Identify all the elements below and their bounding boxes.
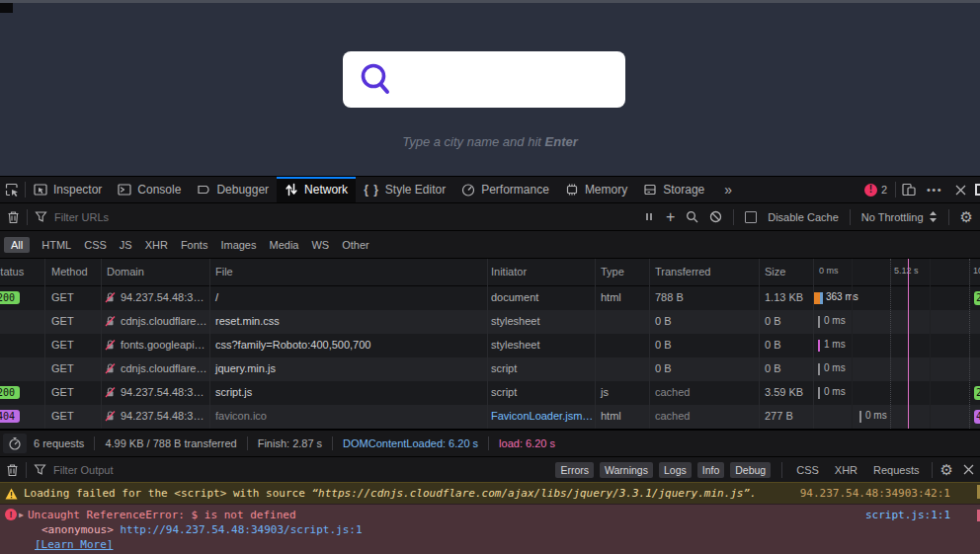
table-header[interactable]: Status Method Domain File Initiator Type… <box>0 259 980 286</box>
city-search-input[interactable] <box>343 51 625 108</box>
search-hint: Type a city name and hit Enter <box>0 134 980 149</box>
request-count: 6 requests <box>34 437 84 449</box>
error-count-badge[interactable]: ! 2 <box>864 184 887 197</box>
storage-icon <box>643 183 657 197</box>
load-time: load: 6.20 s <box>499 437 555 449</box>
cutoff-status-fragment: 2 <box>974 386 980 400</box>
network-icon <box>285 183 298 197</box>
waterfall-tick <box>818 363 820 375</box>
devtools-tabbar: Inspector Console Debugger Network { } S… <box>0 177 980 203</box>
tab-network[interactable]: Network <box>277 177 356 202</box>
insecure-lock-icon <box>105 339 116 351</box>
insecure-lock-icon <box>105 291 116 303</box>
clear-requests-icon[interactable] <box>7 210 20 224</box>
performance-analysis-icon[interactable] <box>3 434 27 453</box>
tab-style-editor[interactable]: { } Style Editor <box>356 177 453 202</box>
window-top-strip <box>0 0 980 3</box>
requests-filter-link[interactable]: Requests <box>873 464 919 476</box>
request-row[interactable]: GET fonts.googleapi… css?family=Roboto:4… <box>0 334 980 357</box>
tab-debugger[interactable]: Debugger <box>189 177 277 202</box>
console-filter-funnel-icon <box>34 463 46 476</box>
responsive-design-icon[interactable] <box>896 183 922 197</box>
close-console-icon[interactable] <box>963 464 974 475</box>
tab-console[interactable]: Console <box>110 177 189 202</box>
debug-filter-button[interactable]: Debug <box>730 462 771 478</box>
request-row[interactable]: 200 GET 94.237.54.48:3… script.js script… <box>0 381 980 405</box>
clear-console-icon[interactable] <box>6 463 19 477</box>
waterfall-bar-blue <box>820 292 823 304</box>
filter-html[interactable]: HTML <box>41 239 71 251</box>
expand-arrow-icon[interactable]: ▶ <box>19 511 24 519</box>
filter-other[interactable]: Other <box>342 239 369 251</box>
insecure-lock-icon <box>105 410 116 422</box>
error-icon: ! <box>864 184 877 197</box>
error-message: Uncaught ReferenceError: $ is not define… <box>28 509 296 521</box>
filter-media[interactable]: Media <box>269 239 298 251</box>
inspector-icon <box>34 183 47 197</box>
filter-all[interactable]: All <box>4 237 30 253</box>
tab-memory[interactable]: Memory <box>557 177 635 202</box>
status-badge: 200 <box>0 386 20 399</box>
meatball-menu-icon[interactable]: ••• <box>922 184 947 196</box>
logs-filter-button[interactable]: Logs <box>659 462 692 478</box>
xhr-filter-link[interactable]: XHR <box>835 464 858 476</box>
error-stack-url[interactable]: http://94.237.54.48:34903/script.js:1 <box>120 523 362 536</box>
warnings-filter-button[interactable]: Warnings <box>600 462 653 478</box>
performance-icon <box>461 183 475 197</box>
info-filter-button[interactable]: Info <box>697 462 725 478</box>
network-toolbar: Filter URLs + Disable Cache No Throttlin… <box>0 203 980 231</box>
block-requests-icon[interactable] <box>709 210 722 223</box>
network-statusbar: 6 requests 4.99 KB / 788 B transferred F… <box>0 429 980 456</box>
filter-js[interactable]: JS <box>120 239 132 251</box>
errors-filter-button[interactable]: Errors <box>555 462 594 478</box>
request-row[interactable]: 200 GET 94.237.54.48:3… / document html … <box>0 286 980 310</box>
tab-inspector[interactable]: Inspector <box>26 177 110 202</box>
console-error-row[interactable]: ! ▶ Uncaught ReferenceError: $ is not de… <box>0 504 980 554</box>
search-icon <box>358 61 395 99</box>
warning-text: Loading failed for the <script> with sou… <box>24 487 757 500</box>
console-toolbar: Filter Output Errors Warnings Logs Info … <box>0 456 980 483</box>
filter-fonts[interactable]: Fonts <box>181 239 208 251</box>
status-badge: 404 <box>0 410 20 423</box>
warning-icon <box>5 488 18 500</box>
tab-performance[interactable]: Performance <box>453 177 557 202</box>
filter-output-input[interactable]: Filter Output <box>53 464 114 476</box>
console-warning-row[interactable]: Loading failed for the <script> with sou… <box>0 483 980 504</box>
waterfall-tick <box>818 387 820 399</box>
request-row[interactable]: 404 GET 94.237.54.48:3… favicon.ico Favi… <box>0 405 980 429</box>
request-row[interactable]: GET cdnjs.cloudflare… jquery.min.js scri… <box>0 357 980 381</box>
insecure-lock-icon <box>105 315 116 327</box>
learn-more-link[interactable]: [Learn More] <box>35 538 113 551</box>
domcontentloaded-time: DOMContentLoaded: 6.20 s <box>343 437 478 449</box>
status-badge: 200 <box>0 291 20 304</box>
console-icon <box>118 183 131 197</box>
filter-css[interactable]: CSS <box>84 239 107 251</box>
style-editor-icon: { } <box>364 183 379 197</box>
pause-icon[interactable] <box>643 210 655 223</box>
filter-xhr[interactable]: XHR <box>145 239 168 251</box>
filter-funnel-icon <box>35 210 47 223</box>
tab-storage[interactable]: Storage <box>635 177 712 202</box>
error-location-link[interactable]: script.js:1:1 <box>865 509 950 521</box>
warning-location-link[interactable]: 94.237.54.48:34903:42:1 <box>800 487 950 500</box>
finish-time: Finish: 2.87 s <box>258 437 322 449</box>
node-picker-icon[interactable] <box>0 177 25 202</box>
search-requests-icon[interactable] <box>686 210 698 223</box>
close-devtools-icon[interactable] <box>947 185 973 196</box>
tabs-overflow-chevron[interactable]: » <box>716 177 740 202</box>
disable-cache-checkbox[interactable] <box>745 211 757 223</box>
transferred-size: 4.99 KB / 788 B transferred <box>105 437 236 449</box>
request-table: Status Method Domain File Initiator Type… <box>0 259 980 429</box>
updown-arrows-icon <box>929 210 938 223</box>
filter-urls-input[interactable]: Filter URLs <box>54 211 109 223</box>
filter-images[interactable]: Images <box>220 239 256 251</box>
waterfall-tick <box>818 316 820 328</box>
waterfall-tick <box>818 340 820 352</box>
request-row[interactable]: GET cdnjs.cloudflare… reset.min.css styl… <box>0 310 980 334</box>
cutoff-status-fragment: 4 <box>974 410 980 424</box>
error-icon: ! <box>5 509 17 520</box>
memory-icon <box>565 183 579 197</box>
css-filter-link[interactable]: CSS <box>796 464 819 476</box>
filter-ws[interactable]: WS <box>311 239 329 251</box>
throttling-dropdown[interactable]: No Throttling <box>861 210 938 223</box>
